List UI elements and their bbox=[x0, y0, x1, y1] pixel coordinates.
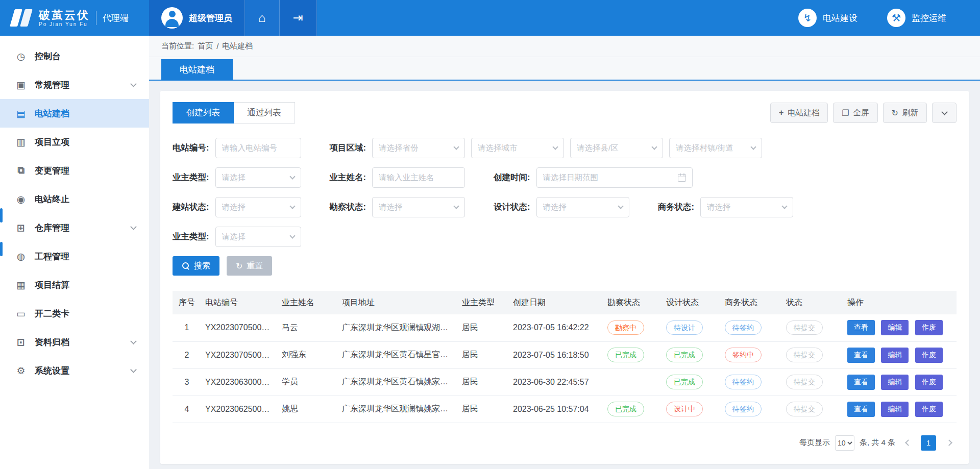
tab-create-list[interactable]: 创建列表 bbox=[173, 102, 234, 124]
breadcrumb: 当前位置: 首页 / 电站建档 bbox=[149, 36, 980, 57]
tab-station-filing[interactable]: 电站建档 bbox=[161, 59, 233, 80]
prev-page-button[interactable] bbox=[900, 435, 916, 451]
sidebar-scroll-indicator[interactable] bbox=[0, 242, 3, 256]
province-select[interactable]: 请选择省份 bbox=[372, 138, 465, 158]
tab-passed-list[interactable]: 通过列表 bbox=[234, 102, 295, 124]
warehouse-icon bbox=[15, 222, 27, 234]
view-button[interactable]: 查看 bbox=[847, 375, 875, 390]
module-label: 电站建设 bbox=[823, 12, 857, 24]
created-date: 2023-07-05 16:18:50 bbox=[509, 341, 603, 368]
create-station-button[interactable]: 电站建档 bbox=[770, 103, 828, 123]
chevron-down-icon bbox=[651, 144, 657, 150]
user-menu[interactable]: 超级管理员 bbox=[149, 0, 245, 36]
filter-label-owner-type: 业主类型: bbox=[173, 172, 209, 183]
breadcrumb-home-link[interactable]: 首页 bbox=[198, 41, 213, 51]
design-status-badge: 待设计 bbox=[666, 320, 703, 335]
search-button[interactable]: 搜索 bbox=[173, 256, 219, 276]
business-status-badge: 待签约 bbox=[725, 320, 762, 335]
refresh-icon bbox=[892, 108, 898, 118]
chevron-down-icon bbox=[618, 203, 623, 209]
survey-status-select[interactable]: 请选择 bbox=[372, 197, 465, 217]
city-select[interactable]: 请选择城市 bbox=[471, 138, 564, 158]
sidebar-item-change-management[interactable]: 变更管理 bbox=[0, 156, 149, 185]
build-status-select[interactable]: 请选择 bbox=[215, 197, 301, 217]
create-time-range-picker[interactable] bbox=[536, 167, 693, 188]
page-size-suffix: 条, 共 4 条 bbox=[860, 438, 895, 448]
sidebar-scroll-indicator[interactable] bbox=[0, 208, 3, 223]
collapse-toolbar-button[interactable] bbox=[932, 103, 957, 123]
sidebar-item-general-management[interactable]: 常规管理 bbox=[0, 70, 149, 99]
view-button[interactable]: 查看 bbox=[847, 320, 875, 335]
chevron-down-icon bbox=[130, 338, 137, 344]
edit-button[interactable]: 编辑 bbox=[881, 348, 909, 363]
station-code-input[interactable] bbox=[215, 138, 301, 158]
chevron-left-icon bbox=[905, 439, 912, 446]
sidebar-item-project-initiation[interactable]: 项目立项 bbox=[0, 128, 149, 156]
void-button[interactable]: 作废 bbox=[915, 348, 943, 363]
owner-name-input[interactable] bbox=[372, 167, 465, 188]
owner-name: 马云 bbox=[278, 314, 338, 341]
survey-status-badge: 勘察中 bbox=[607, 320, 644, 335]
edit-button[interactable]: 编辑 bbox=[881, 320, 909, 335]
chevron-down-icon bbox=[289, 203, 295, 209]
chevron-down-icon bbox=[552, 144, 558, 150]
brand-logo-icon bbox=[10, 9, 34, 27]
design-status-select[interactable]: 请选择 bbox=[536, 197, 629, 217]
business-status-badge: 签约中 bbox=[725, 348, 762, 362]
logout-button[interactable] bbox=[280, 0, 317, 36]
sidebar-item-console[interactable]: 控制台 bbox=[0, 42, 149, 70]
sidebar: 控制台 常规管理 电站建档 项目立项 变更管理 电站终止 仓库管理 bbox=[0, 36, 149, 469]
dashboard-icon bbox=[15, 51, 27, 62]
module-station-construction[interactable]: 电站建设 bbox=[798, 9, 857, 27]
station-filing-panel: 创建列表 通过列表 电站建档 全屏 刷新 bbox=[160, 91, 969, 464]
view-button[interactable]: 查看 bbox=[847, 402, 875, 417]
table-row: 2 YX2023070500010 刘强东 广东深圳龙华区黄石镇星官大... 居… bbox=[173, 341, 957, 368]
next-page-button[interactable] bbox=[941, 435, 957, 451]
status-badge: 待提交 bbox=[786, 348, 823, 362]
brand: 破茧云伏 Po Jian Yun Fu 代理端 bbox=[0, 0, 149, 36]
void-button[interactable]: 作废 bbox=[915, 402, 943, 417]
owner-type: 居民 bbox=[458, 368, 509, 396]
edit-button[interactable]: 编辑 bbox=[881, 375, 909, 390]
reset-button[interactable]: 重置 bbox=[227, 256, 272, 276]
logout-icon bbox=[293, 12, 303, 24]
fullscreen-button[interactable]: 全屏 bbox=[833, 103, 877, 123]
document-icon bbox=[15, 108, 27, 119]
row-index: 1 bbox=[173, 314, 201, 341]
sidebar-item-data-archive[interactable]: 资料归档 bbox=[0, 328, 149, 356]
filter-form: 电站编号: 项目区域: 请选择省份 请选择城市 bbox=[173, 138, 957, 276]
home-button[interactable] bbox=[245, 0, 280, 36]
sidebar-item-system-settings[interactable]: 系统设置 bbox=[0, 356, 149, 385]
chevron-down-icon bbox=[289, 233, 295, 238]
owner-type-select-2[interactable]: 请选择 bbox=[215, 227, 301, 247]
filter-label-create-time: 创建时间: bbox=[494, 172, 530, 183]
page-number-current[interactable]: 1 bbox=[921, 435, 936, 451]
county-select[interactable]: 请选择县/区 bbox=[570, 138, 663, 158]
void-button[interactable]: 作废 bbox=[915, 375, 943, 390]
card-icon bbox=[15, 308, 27, 319]
date-range-input[interactable] bbox=[543, 173, 674, 182]
view-button[interactable]: 查看 bbox=[847, 348, 875, 363]
sidebar-item-project-settlement[interactable]: 项目结算 bbox=[0, 270, 149, 299]
table-row: 3 YX2023063000009 学员 广东深圳龙华区黄石镇姚家庄... 居民… bbox=[173, 368, 957, 396]
page-size-select[interactable]: 10 bbox=[835, 435, 854, 451]
search-icon bbox=[182, 262, 190, 270]
business-status-select[interactable]: 请选择 bbox=[700, 197, 793, 217]
sidebar-item-station-termination[interactable]: 电站终止 bbox=[0, 185, 149, 213]
design-status-badge: 已完成 bbox=[666, 348, 703, 362]
edit-button[interactable]: 编辑 bbox=[881, 402, 909, 417]
module-monitoring-ops[interactable]: 监控运维 bbox=[887, 9, 946, 27]
user-avatar-icon bbox=[161, 7, 183, 29]
town-select[interactable]: 请选择村镇/街道 bbox=[669, 138, 762, 158]
refresh-button[interactable]: 刷新 bbox=[883, 103, 927, 123]
user-name: 超级管理员 bbox=[189, 12, 232, 24]
sidebar-item-station-filing[interactable]: 电站建档 bbox=[0, 99, 149, 128]
owner-type-select[interactable]: 请选择 bbox=[215, 167, 301, 188]
brand-name: 破茧云伏 bbox=[39, 9, 90, 21]
void-button[interactable]: 作废 bbox=[915, 320, 943, 335]
copy-icon bbox=[15, 165, 27, 176]
sidebar-item-warehouse-management[interactable]: 仓库管理 bbox=[0, 213, 149, 242]
sidebar-item-type2-card[interactable]: 开二类卡 bbox=[0, 299, 149, 328]
chevron-down-icon bbox=[130, 81, 137, 87]
sidebar-item-engineering-management[interactable]: 工程管理 bbox=[0, 242, 149, 270]
